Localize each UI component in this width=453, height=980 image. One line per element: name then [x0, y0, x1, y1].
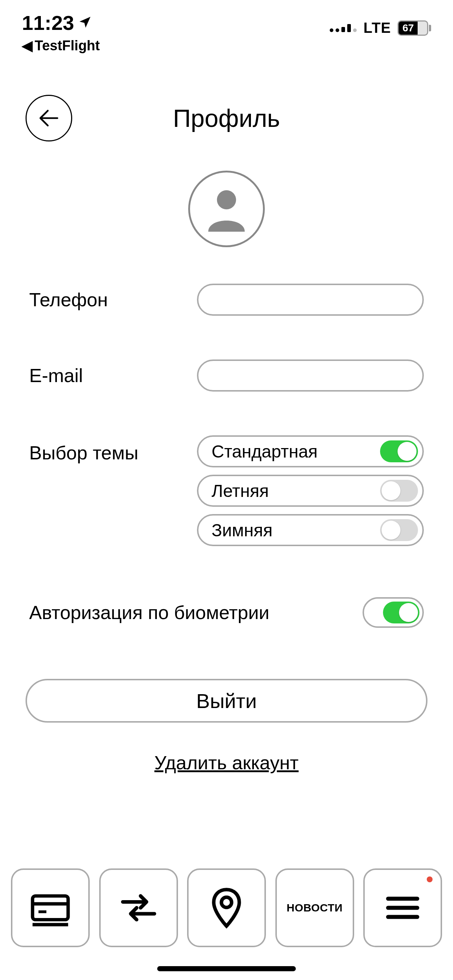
bottom-nav: НОВОСТИ [0, 869, 453, 947]
card-icon [27, 884, 74, 932]
avatar-section [0, 156, 453, 284]
arrow-left-icon [36, 105, 62, 131]
svg-rect-1 [32, 896, 68, 920]
battery-icon: 67 [397, 21, 431, 36]
profile-form: Телефон E-mail Выбор темы Стандартная Ле… [0, 284, 453, 628]
biometric-toggle[interactable] [362, 597, 424, 628]
nav-card[interactable] [11, 869, 90, 947]
delete-account-label: Удалить аккаунт [154, 752, 298, 773]
email-row: E-mail [29, 360, 424, 391]
delete-account-link[interactable]: Удалить аккаунт [0, 752, 453, 774]
email-label: E-mail [29, 364, 197, 387]
status-right: LTE 67 [330, 20, 431, 36]
status-bar: 11:23 ◀ TestFlight LTE 67 [0, 0, 453, 58]
menu-icon [381, 886, 424, 930]
nav-news[interactable]: НОВОСТИ [275, 869, 354, 947]
page-header: Профиль [0, 58, 453, 156]
phone-label: Телефон [29, 289, 197, 310]
biometric-label: Авторизация по биометрии [29, 601, 362, 624]
notification-dot-icon [427, 877, 432, 882]
email-input[interactable] [197, 360, 424, 391]
avatar[interactable] [188, 170, 265, 247]
theme-standard-label: Стандартная [212, 442, 318, 461]
theme-row: Выбор темы Стандартная Летняя Зимняя [29, 435, 424, 546]
svg-point-5 [222, 897, 231, 907]
theme-option-winter[interactable]: Зимняя [197, 514, 424, 546]
nav-transfer[interactable] [99, 869, 178, 947]
svg-point-0 [217, 190, 236, 210]
status-time: 11:23 [22, 11, 74, 35]
nav-menu[interactable] [363, 869, 442, 947]
theme-summer-toggle[interactable] [380, 480, 418, 502]
logout-button[interactable]: Выйти [26, 679, 427, 722]
location-pin-icon [205, 886, 248, 930]
back-button[interactable] [26, 95, 72, 142]
network-label: LTE [363, 20, 391, 36]
phone-row: Телефон [29, 284, 424, 316]
battery-percent: 67 [399, 22, 418, 35]
theme-standard-toggle[interactable] [380, 441, 418, 462]
home-indicator[interactable] [157, 966, 296, 971]
page-title: Профиль [173, 104, 280, 132]
theme-winter-label: Зимняя [212, 520, 273, 540]
theme-option-summer[interactable]: Летняя [197, 475, 424, 507]
location-indicator-icon [78, 15, 92, 31]
transfer-icon [115, 884, 162, 932]
theme-winter-toggle[interactable] [380, 519, 418, 541]
nav-news-label: НОВОСТИ [287, 902, 343, 914]
status-left: 11:23 ◀ TestFlight [22, 11, 100, 54]
nav-location[interactable] [187, 869, 266, 947]
theme-summer-label: Летняя [212, 481, 269, 501]
person-icon [199, 181, 254, 236]
phone-input[interactable] [197, 284, 424, 316]
logout-label: Выйти [196, 689, 257, 713]
biometric-row: Авторизация по биометрии [29, 597, 424, 628]
back-to-app-label: TestFlight [35, 38, 100, 54]
back-caret-icon: ◀ [22, 38, 32, 54]
back-to-app[interactable]: ◀ TestFlight [22, 38, 100, 54]
signal-icon [330, 24, 357, 32]
theme-label: Выбор темы [29, 435, 197, 464]
theme-option-standard[interactable]: Стандартная [197, 435, 424, 468]
